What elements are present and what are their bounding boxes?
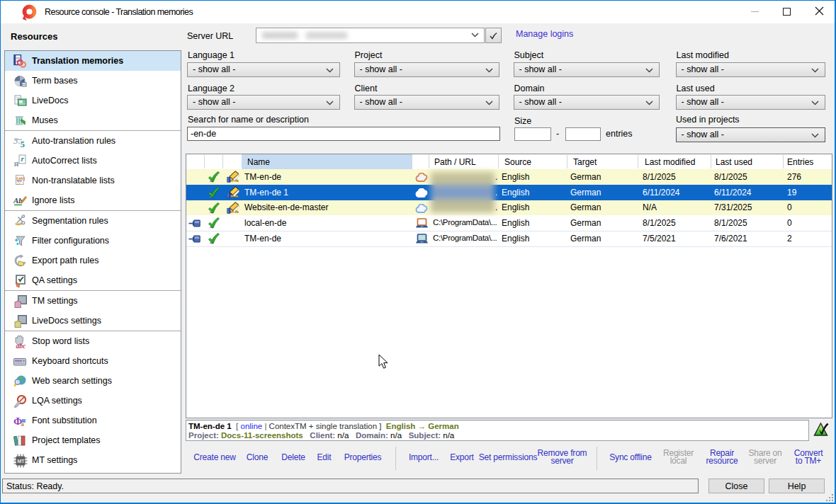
svg-text:5: 5 — [21, 139, 26, 149]
svg-text:я: я — [14, 158, 19, 168]
svg-text:r: r — [21, 154, 25, 163]
svg-text:!/: !/ — [17, 180, 21, 186]
svg-text:MT: MT — [18, 459, 26, 464]
svg-text:3.: 3. — [13, 135, 21, 146]
svg-text:abc: abc — [16, 343, 27, 350]
